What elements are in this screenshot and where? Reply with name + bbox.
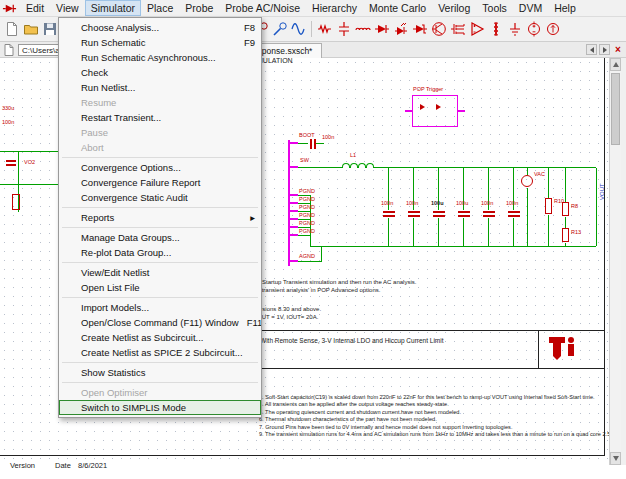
schematic-label: PGND (299, 197, 315, 203)
capacitor-icon[interactable] (334, 20, 353, 39)
arrow-down-icon[interactable] (610, 452, 621, 465)
schematic-label: POP Trigger (413, 87, 443, 93)
menu-item-run-netlist[interactable]: Run Netlist... (59, 80, 261, 95)
current-source-icon[interactable] (543, 20, 562, 39)
menu-item-create-netlist-as-subcircuit[interactable]: Create Netlist as Subcircuit... (59, 330, 261, 345)
led-diode-icon[interactable] (391, 20, 410, 39)
menu-item-create-netlist-as-spice-2-subcircuit[interactable]: Create Netlist as SPICE 2 Subcircuit... (59, 345, 261, 360)
menu-item-open-list-file[interactable]: Open List File (59, 280, 261, 295)
menu-item-switch-to-simplis-mode[interactable]: Switch to SIMPLIS Mode (59, 400, 261, 415)
schematic-shape (565, 167, 566, 202)
schematic-shape (527, 188, 528, 246)
schematic-label: SW (300, 158, 309, 164)
menu-item-view-edit-netlist[interactable]: View/Edit Netlist (59, 265, 261, 280)
menu-verilog[interactable]: Verilog (432, 0, 476, 16)
menu-item-open-optimiser: Open Optimiser (59, 385, 261, 400)
menu-item-check[interactable]: Check (59, 65, 261, 80)
menu-separator (62, 157, 258, 158)
schematic-shape (458, 211, 470, 213)
menu-item-show-statistics[interactable]: Show Statistics (59, 365, 261, 380)
menu-item-run-schematic[interactable]: Run SchematicF9 (59, 35, 261, 50)
menu-simulator[interactable]: Simulator (85, 0, 141, 16)
menu-help[interactable]: Help (548, 0, 582, 16)
schematic-shape (508, 211, 520, 213)
opamp-icon[interactable] (467, 20, 486, 39)
waveform-icon[interactable] (289, 20, 308, 39)
zener-diode-icon[interactable] (410, 20, 429, 39)
schematic-shape (420, 104, 425, 110)
menu-separator (62, 207, 258, 208)
schematic-label: 100n (406, 201, 418, 207)
schematic-label: MULATION (257, 57, 293, 64)
arrow-right-icon[interactable] (599, 44, 610, 55)
schematic-shape (538, 331, 539, 368)
schematic-shape (298, 261, 322, 262)
schematic-shape (12, 194, 20, 210)
schematic-shape (314, 139, 316, 149)
schematic-shape (290, 142, 298, 144)
menu-item-convergence-static-audit[interactable]: Convergence Static Audit (59, 190, 261, 205)
schematic-shape (562, 228, 569, 242)
mosfet-icon[interactable] (448, 20, 467, 39)
schematic-shape (458, 215, 470, 217)
menu-tools[interactable]: Tools (476, 0, 513, 16)
schematic-shape (413, 218, 414, 246)
menu-probe-ac-noise[interactable]: Probe AC/Noise (219, 0, 306, 16)
schematic-label: PGND (299, 213, 315, 219)
menu-item-open-close-command-f11-window[interactable]: Open/Close Command (F11) WindowF11 (59, 315, 261, 330)
open-file-icon[interactable] (21, 20, 40, 39)
menu-monte-carlo[interactable]: Monte Carlo (363, 0, 432, 16)
menu-item-restart-transient[interactable]: Restart Transient... (59, 110, 261, 125)
ground-icon[interactable] (505, 20, 524, 39)
schematic-shape (521, 175, 533, 187)
resistor-icon[interactable] (315, 20, 334, 39)
diode-icon[interactable] (372, 20, 391, 39)
new-schematic-icon[interactable] (2, 20, 21, 39)
menu-item-import-models[interactable]: Import Models... (59, 300, 261, 315)
menu-item-manage-data-groups[interactable]: Manage Data Groups... (59, 230, 261, 245)
schematic-label: 100n (2, 120, 14, 126)
close-tab-button[interactable]: × (612, 44, 624, 55)
schematic-label: R13 (571, 230, 581, 236)
menu-probe[interactable]: Probe (179, 0, 219, 16)
menu-item-run-schematic-asynchronous[interactable]: Run Schematic Asynchronous... (59, 50, 261, 65)
menu-edit[interactable]: Edit (20, 0, 50, 16)
sheet-version-label: Version (10, 461, 35, 470)
current-probe-icon[interactable] (270, 20, 289, 39)
menu-item-reports[interactable]: Reports▸ (59, 210, 261, 225)
schematic-shape (438, 218, 439, 246)
schematic-label: 100n (381, 201, 393, 207)
menu-item-choose-analysis[interactable]: Choose Analysis...F8 (59, 20, 261, 35)
voltage-source-icon[interactable] (524, 20, 543, 39)
menu-item-convergence-failure-report[interactable]: Convergence Failure Report (59, 175, 261, 190)
schematic-label: PGND (299, 221, 315, 227)
schematic-label: 330u (2, 106, 14, 112)
schematic-shape (321, 247, 322, 261)
menu-place[interactable]: Place (141, 0, 179, 16)
menu-view[interactable]: View (50, 0, 85, 16)
schematic-shape (436, 104, 441, 110)
menu-dvm[interactable]: DVM (513, 0, 548, 16)
arrow-left-icon[interactable] (586, 44, 597, 55)
arrow-up-icon[interactable] (610, 58, 621, 71)
schematic-shape (298, 143, 308, 144)
schematic-shape (483, 211, 495, 213)
menu-item-re-plot-data-group[interactable]: Re-plot Data Group... (59, 245, 261, 260)
menu-item-convergence-options[interactable]: Convergence Options... (59, 160, 261, 175)
transformer-icon[interactable] (486, 20, 505, 39)
schematic-shape (527, 167, 528, 175)
menu-hierarchy[interactable]: Hierarchy (306, 0, 363, 16)
menu-items: EditViewSimulatorPlaceProbeProbe AC/Nois… (20, 0, 582, 16)
schematic-shape (290, 218, 298, 220)
schematic-shape (408, 215, 420, 217)
schematic-shape (298, 235, 310, 236)
toolbar-separator (311, 21, 312, 37)
schematic-shape (458, 110, 465, 112)
inductor-icon[interactable] (353, 20, 372, 39)
save-icon[interactable] (40, 20, 59, 39)
red-component-icon (2, 2, 17, 15)
npn-transistor-icon[interactable] (429, 20, 448, 39)
vertical-scrollbar[interactable] (609, 58, 621, 465)
scrollbar-thumb[interactable] (611, 73, 620, 145)
schematic-label: OUT = 1V, IOUT= 20A. (257, 314, 318, 320)
